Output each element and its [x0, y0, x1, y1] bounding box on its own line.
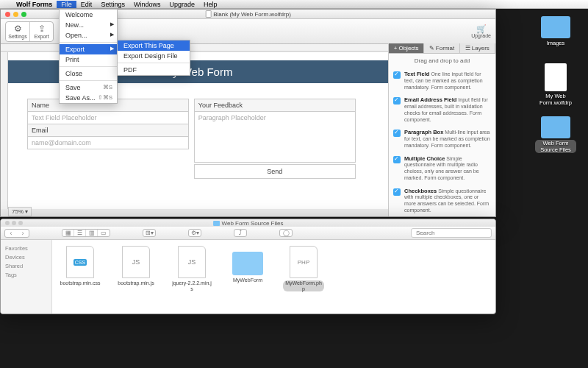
tab-format[interactable]: ✎Format: [424, 43, 459, 53]
plus-icon: +: [394, 45, 398, 52]
object-item[interactable]: Paragraph Box Multi-line input area for …: [389, 126, 495, 152]
gallery-view-icon[interactable]: ▭: [98, 230, 110, 236]
menu-upgrade[interactable]: Upgrade: [165, 1, 199, 8]
menu-print[interactable]: Print: [60, 54, 117, 65]
export-icon: ⇪: [38, 24, 46, 34]
object-item[interactable]: Text Field One line input field for text…: [389, 68, 495, 93]
icon-view-icon[interactable]: ▦: [62, 230, 74, 236]
folder-icon: [541, 116, 570, 138]
sidebar-favorites[interactable]: Favorites: [5, 245, 47, 252]
share-button[interactable]: ⤴: [234, 229, 247, 237]
nav-buttons[interactable]: ‹›: [4, 229, 29, 238]
menu-separator: [60, 42, 117, 43]
menu-help[interactable]: Help: [199, 1, 222, 8]
menu-save[interactable]: Save⌘S: [60, 82, 117, 93]
gear-icon: ⚙▾: [189, 230, 201, 236]
menu-windows[interactable]: Windows: [129, 1, 165, 8]
object-item[interactable]: Email Address Field Input field for emai…: [389, 93, 495, 126]
sidebar-tags[interactable]: Tags: [5, 272, 47, 278]
search-input[interactable]: [411, 228, 492, 238]
document-icon: [205, 10, 211, 18]
desktop-folder-source[interactable]: Web Form Source Files: [535, 116, 576, 153]
app-menu[interactable]: Wolf Forms: [12, 1, 57, 8]
menubar: Wolf Forms File Edit Settings Windows Up…: [0, 0, 588, 9]
text-field[interactable]: Text Field Placeholder: [27, 111, 189, 124]
checkbox-icon: [393, 97, 401, 105]
file-item[interactable]: bootstrap.min.css: [60, 246, 101, 308]
chevron-right-icon: ▶: [110, 32, 114, 38]
export-button[interactable]: ⇪Export: [29, 22, 53, 41]
minimize-icon[interactable]: [13, 12, 18, 17]
finder-toolbar: ‹› ▦☰▥▭ ⊞▾ ⚙▾ ⤴ ◯: [1, 227, 495, 240]
menu-settings[interactable]: Settings: [96, 1, 129, 8]
paragraph-field[interactable]: Paragraph Placeholder: [194, 111, 356, 163]
settings-button[interactable]: ⚙Settings: [6, 22, 29, 41]
gear-icon: ⚙: [14, 24, 22, 34]
js-file-icon: [178, 246, 206, 278]
zoom-icon[interactable]: [18, 221, 23, 225]
tag-icon: ◯: [280, 230, 292, 236]
submenu-export-design[interactable]: Export Design File: [118, 51, 190, 61]
zoom-level[interactable]: 75% ▾: [8, 207, 32, 216]
folder-icon: [232, 252, 263, 275]
action-button[interactable]: ⚙▾: [188, 229, 201, 237]
finder-title: Web Form Source Files: [222, 220, 284, 227]
tab-objects[interactable]: +Objects: [389, 43, 424, 53]
window-title: Blank (My Web Form.wolfdrp): [213, 11, 291, 18]
file-item[interactable]: MyWebForm: [227, 246, 268, 308]
layers-icon: ☰: [465, 45, 470, 52]
menu-new[interactable]: New...▶: [60, 20, 117, 30]
upgrade-button[interactable]: 🛒Upgrade: [471, 24, 491, 38]
checkbox-icon: [393, 130, 401, 137]
menu-edit[interactable]: Edit: [76, 1, 97, 8]
ruler-vertical: [1, 52, 8, 209]
email-label[interactable]: Email: [27, 124, 189, 137]
file-menu-dropdown: Welcome New...▶ Open...▶ Export▶ Print C…: [59, 9, 118, 104]
folder-icon: [213, 221, 220, 226]
file-item[interactable]: MyWebForm.php: [283, 246, 324, 308]
finder-window: Web Form Source Files ‹› ▦☰▥▭ ⊞▾ ⚙▾ ⤴ ◯ …: [0, 219, 496, 314]
arrange-icon: ⊞▾: [143, 230, 155, 236]
forward-icon[interactable]: ›: [17, 230, 29, 237]
export-submenu: Export This Page Export Design File PDF: [117, 40, 190, 76]
feedback-label[interactable]: Your Feedback: [194, 99, 356, 112]
menu-file[interactable]: File: [57, 1, 76, 8]
side-panel: +Objects ✎Format ☰Layers Drag and drop t…: [388, 43, 495, 216]
menu-export[interactable]: Export▶: [60, 44, 117, 54]
object-item[interactable]: Multiple Choice Simple questionnaire wit…: [389, 152, 495, 185]
email-field[interactable]: name@domain.com: [27, 136, 189, 149]
sidebar-devices[interactable]: Devices: [5, 254, 47, 261]
file-item[interactable]: bootstrap.min.js: [115, 246, 157, 308]
chevron-right-icon: ▶: [110, 21, 114, 27]
checkbox-icon: [393, 71, 401, 79]
view-buttons[interactable]: ▦☰▥▭: [62, 229, 110, 237]
back-icon[interactable]: ‹: [5, 230, 17, 237]
minimize-icon[interactable]: [12, 221, 16, 225]
close-icon[interactable]: [5, 221, 10, 225]
sidebar-shared[interactable]: Shared: [5, 263, 47, 269]
file-item[interactable]: jquery-2.2.2.min.js: [171, 246, 212, 308]
chevron-right-icon: ▶: [110, 46, 114, 52]
list-view-icon[interactable]: ☰: [74, 230, 86, 236]
submenu-pdf[interactable]: PDF: [118, 65, 190, 75]
arrange-button[interactable]: ⊞▾: [143, 229, 156, 237]
php-file-icon: [290, 246, 318, 278]
send-button[interactable]: Send: [194, 164, 356, 179]
menu-welcome[interactable]: Welcome: [60, 10, 117, 20]
desktop-document[interactable]: My Web Form.wolfdrp: [535, 63, 576, 106]
desktop-folder-images[interactable]: Images: [535, 16, 576, 46]
tab-layers[interactable]: ☰Layers: [460, 43, 495, 53]
menu-close[interactable]: Close: [60, 68, 117, 79]
column-view-icon[interactable]: ▥: [86, 230, 98, 236]
zoom-icon[interactable]: [21, 12, 26, 17]
submenu-export-page[interactable]: Export This Page: [118, 40, 190, 51]
close-icon[interactable]: [5, 12, 10, 17]
menu-saveas[interactable]: Save As...⇧⌘S: [60, 93, 117, 103]
css-file-icon: [66, 246, 94, 278]
cart-icon: 🛒: [476, 24, 487, 33]
folder-icon: [541, 16, 570, 38]
menu-open[interactable]: Open...▶: [60, 30, 117, 40]
tags-button[interactable]: ◯: [279, 229, 293, 237]
object-description: Checkboxes Simple questionnaire with mul…: [404, 188, 491, 214]
object-item[interactable]: Checkboxes Simple questionnaire with mul…: [389, 185, 495, 217]
